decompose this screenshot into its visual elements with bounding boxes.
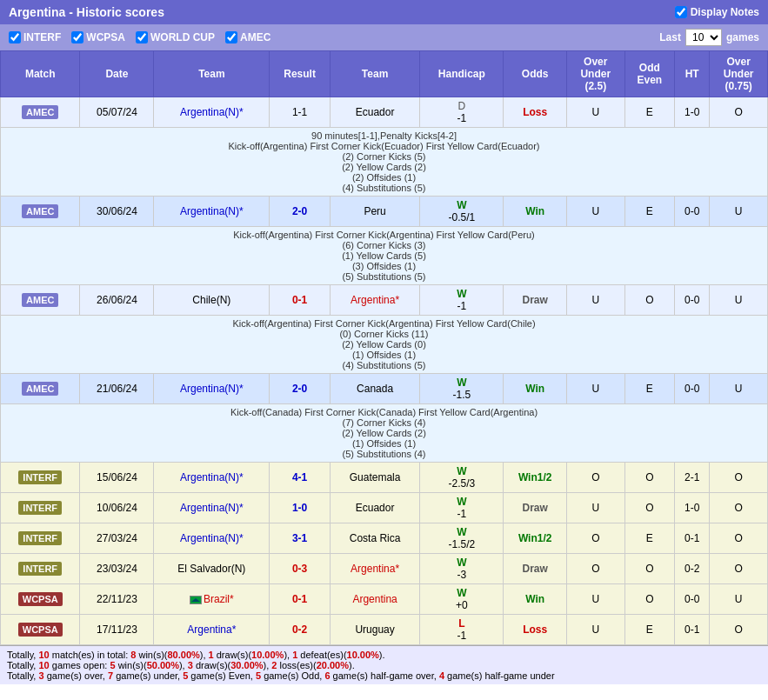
ou25-cell: U	[566, 197, 624, 227]
handicap-result: W	[457, 288, 466, 300]
oddeven-cell: E	[624, 374, 675, 404]
match-type-cell: AMEC	[1, 285, 80, 316]
display-notes-checkbox[interactable]	[675, 6, 687, 18]
detail-line: (6) Corner Kicks (3)	[4, 240, 764, 250]
summary-number: 10	[38, 660, 49, 670]
filter-interf-checkbox[interactable]	[9, 31, 21, 43]
filter-worldcup[interactable]: WORLD CUP	[136, 31, 215, 43]
title-bar: Argentina - Historic scores Display Note…	[0, 0, 768, 24]
team2-cell: Guatemala	[330, 463, 419, 493]
result: 2-0	[292, 205, 307, 217]
ou25-cell: U	[566, 493, 624, 523]
result-cell: 4-1	[270, 463, 331, 493]
col-ou075: OverUnder(0.75)	[710, 51, 768, 97]
team1-cell: Argentina(N)*	[154, 463, 270, 493]
detail-line: (2) Yellow Cards (2)	[4, 162, 764, 172]
filter-wcpsa-checkbox[interactable]	[71, 31, 83, 43]
match-badge: AMEC	[22, 105, 58, 119]
filter-wcpsa-label: WCPSA	[86, 31, 125, 43]
table-row: INTERF 15/06/24 Argentina(N)* 4-1 Guatem…	[1, 463, 768, 493]
date-cell: 05/07/24	[80, 97, 154, 128]
oddeven-cell: O	[624, 493, 675, 523]
col-match: Match	[1, 51, 80, 97]
filter-interf[interactable]: INTERF	[9, 31, 61, 43]
match-type-cell: AMEC	[1, 374, 80, 404]
detail-cell: Kick-off(Argentina) First Corner Kick(Ar…	[1, 227, 768, 285]
summary-number: 8	[130, 650, 136, 660]
detail-line: (1) Offsides (1)	[4, 438, 764, 449]
summary-number: 4	[439, 670, 444, 681]
table-row: INTERF 10/06/24 Argentina(N)* 1-0 Ecuado…	[1, 493, 768, 523]
handicap-val: -1	[457, 630, 466, 642]
table-row: AMEC 05/07/24 Argentina(N)* 1-1 Ecuador …	[1, 97, 768, 128]
handicap-result: W	[457, 526, 466, 538]
ou075-cell: O	[710, 554, 768, 584]
summary-number: 5	[110, 660, 115, 670]
match-badge: INTERF	[18, 470, 62, 484]
result: 3-1	[292, 532, 307, 544]
filter-amec-label: AMEC	[240, 31, 270, 43]
games-label: games	[726, 31, 759, 43]
match-badge: INTERF	[18, 562, 62, 576]
team2-cell: Ecuador	[330, 97, 419, 128]
handicap-val: +0	[456, 599, 468, 611]
odds-result: Loss	[523, 623, 547, 636]
col-ht: HT	[675, 51, 710, 97]
filter-amec-checkbox[interactable]	[225, 31, 237, 43]
handicap-result: W	[457, 199, 466, 211]
handicap-cell: W-2.5/3	[420, 463, 504, 493]
team2-cell: Argentina	[330, 584, 419, 615]
date-cell: 17/11/23	[80, 615, 154, 645]
filter-bar: INTERF WCPSA WORLD CUP AMEC Last 10 20 3…	[0, 24, 768, 50]
handicap-val: -0.5/1	[448, 211, 475, 223]
handicap-val: -1	[457, 300, 466, 312]
odds-result: Draw	[523, 294, 548, 306]
summary-number: 50.00%	[147, 660, 179, 670]
col-team2: Team	[330, 51, 419, 97]
ou075-cell: U	[710, 374, 768, 404]
summary-number: 2	[271, 660, 277, 670]
table-row: AMEC 21/06/24 Argentina(N)* 2-0 Canada W…	[1, 374, 768, 404]
detail-line: (4) Substitutions (5)	[4, 183, 764, 193]
detail-line: Kick-off(Argentina) First Corner Kick(Ec…	[4, 141, 764, 151]
detail-line: (7) Corner Kicks (4)	[4, 417, 764, 428]
ht-cell: 0-0	[675, 374, 710, 404]
detail-line: (5) Substitutions (5)	[4, 271, 764, 282]
table-row: AMEC 26/06/24 Chile(N) 0-1 Argentina* W-…	[1, 285, 768, 316]
team1-cell: Argentina*	[154, 615, 270, 645]
ou075-cell: O	[710, 493, 768, 523]
team1-cell: Argentina(N)*	[154, 197, 270, 227]
last-games-select[interactable]: 10 20 30	[685, 29, 722, 46]
handicap-cell: W-3	[420, 554, 504, 584]
summary-number: 3	[38, 670, 43, 681]
oddeven-cell: O	[624, 463, 675, 493]
summary-number: 20.00%	[317, 660, 349, 670]
result: 4-1	[292, 471, 307, 483]
summary-number: 5	[183, 670, 188, 681]
handicap-result: W	[457, 465, 466, 477]
match-badge: AMEC	[22, 382, 58, 396]
team2-cell: Ecuador	[330, 493, 419, 523]
filter-worldcup-checkbox[interactable]	[136, 31, 148, 43]
handicap-cell: W-0.5/1	[420, 197, 504, 227]
team2-name: Argentina	[352, 593, 397, 605]
odds-result: Win	[525, 205, 544, 217]
table-row: AMEC 30/06/24 Argentina(N)* 2-0 Peru W-0…	[1, 197, 768, 227]
handicap-result: D	[457, 100, 465, 112]
ou075-cell: O	[710, 463, 768, 493]
result: 1-0	[292, 502, 307, 514]
summary-line: Totally, 10 games open: 5 win(s)(50.00%)…	[7, 660, 761, 670]
oddeven-cell: E	[624, 615, 675, 645]
handicap-val: -1.5	[452, 389, 471, 401]
filter-wcpsa[interactable]: WCPSA	[71, 31, 125, 43]
ht-cell: 1-0	[675, 493, 710, 523]
summary-number: 1	[209, 650, 214, 660]
ht-cell: 0-0	[675, 584, 710, 615]
filter-amec[interactable]: AMEC	[225, 31, 270, 43]
detail-line: (2) Yellow Cards (2)	[4, 428, 764, 438]
odds-cell: Win	[504, 197, 567, 227]
summary-number: 10	[38, 650, 49, 660]
col-odds: Odds	[504, 51, 567, 97]
date-cell: 22/11/23	[80, 584, 154, 615]
odds-cell: Loss	[504, 97, 567, 128]
